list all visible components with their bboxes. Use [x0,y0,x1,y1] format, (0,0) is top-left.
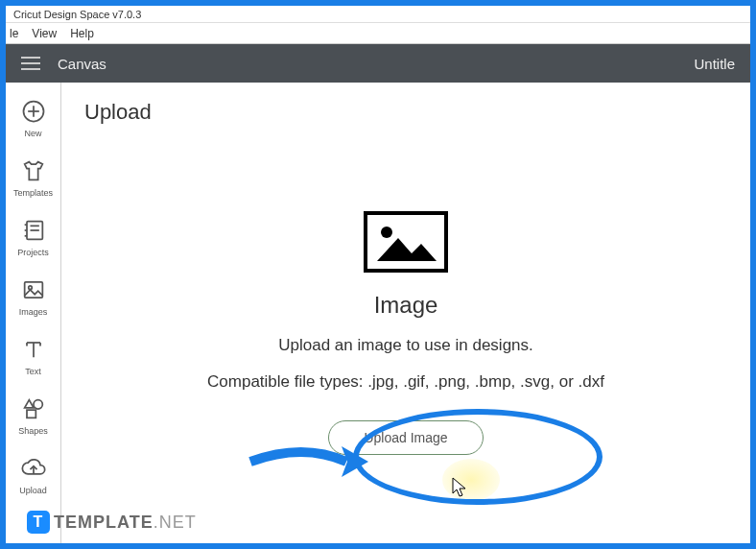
svg-rect-9 [24,282,42,298]
sidebar-item-label: Projects [17,248,49,257]
sidebar-item-shapes[interactable]: Shapes [6,386,60,445]
sidebar-item-label: Templates [13,188,53,198]
menu-file[interactable]: le [10,27,18,40]
sidebar-item-templates[interactable]: Templates [6,148,60,207]
sidebar-item-projects[interactable]: Projects [6,207,60,267]
sidebar-item-label: Images [19,307,48,317]
sidebar-item-new[interactable]: New [6,88,60,148]
appbar: Canvas Untitle [6,44,750,83]
svg-point-19 [381,227,392,238]
plus-circle-icon [20,98,47,125]
menu-view[interactable]: View [32,27,57,40]
sidebar-item-text[interactable]: Text [6,326,60,386]
svg-rect-17 [27,410,35,418]
watermark: T TEMPLATE .NET [27,511,197,534]
svg-marker-20 [377,238,437,261]
hamburger-menu-icon[interactable] [21,57,40,70]
upload-area: Image Upload an image to use in designs.… [84,211,727,455]
upload-image-button[interactable]: Upload Image [328,420,483,455]
watermark-bold: TEMPLATE [54,513,154,533]
upload-subtext: Upload an image to use in designs. [84,336,727,355]
text-icon [20,336,47,363]
menubar: le View Help [6,23,750,44]
sidebar-item-label: Shapes [18,426,48,436]
upload-heading: Image [84,292,727,319]
notebook-icon [20,217,47,244]
sidebar-item-label: New [24,129,41,138]
project-name[interactable]: Untitle [694,56,735,72]
page-title: Upload [84,100,727,125]
shapes-icon [20,395,47,422]
svg-point-16 [34,400,42,409]
menu-help[interactable]: Help [70,27,94,40]
upload-compatible-types: Compatible file types: .jpg, .gif, .png,… [84,372,727,392]
image-icon [20,276,47,303]
watermark-logo-icon: T [27,511,50,534]
window-title: Cricut Design Space v7.0.3 [13,9,141,20]
sidebar-item-upload[interactable]: Upload [6,445,60,505]
main-content: Upload Image Upload an image to use in d… [61,83,750,543]
sidebar-item-images[interactable]: Images [6,267,60,326]
window-titlebar: Cricut Design Space v7.0.3 [6,6,750,23]
watermark-rest: .NET [154,513,197,533]
tshirt-icon [20,157,47,184]
appbar-title: Canvas [58,56,106,72]
sidebar-item-label: Upload [19,486,47,495]
cloud-upload-icon [20,455,47,482]
sidebar: New Templates Projects Images [6,83,61,543]
sidebar-item-label: Text [25,367,41,376]
image-placeholder-icon [364,211,448,273]
svg-marker-15 [24,400,33,408]
